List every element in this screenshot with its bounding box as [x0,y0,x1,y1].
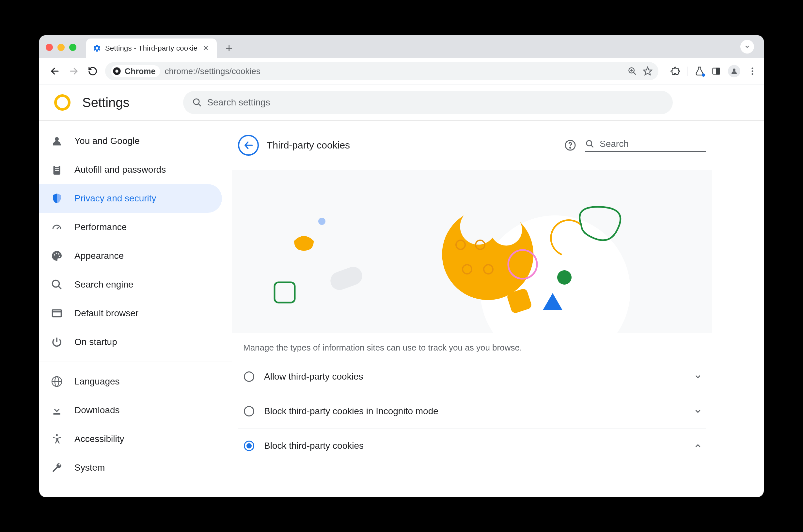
settings-content: You and Google Autofill and passwords Pr… [39,121,764,497]
bookmark-star-icon[interactable] [643,66,652,76]
close-window-button[interactable] [46,44,53,51]
sidebar-item-search-engine[interactable]: Search engine [39,270,222,299]
sidebar-item-autofill[interactable]: Autofill and passwords [39,155,222,184]
page-search[interactable]: Search [585,139,706,152]
sidebar-item-appearance[interactable]: Appearance [39,242,222,270]
arrow-left-icon [243,140,254,151]
svg-point-27 [59,255,60,257]
sidebar-item-accessibility[interactable]: Accessibility [39,425,222,453]
person-icon [51,135,63,147]
clipboard-icon [51,164,63,176]
fullscreen-window-button[interactable] [69,44,76,51]
svg-point-54 [557,270,572,285]
address-bar[interactable]: Chrome chrome://settings/cookies [105,62,658,80]
kebab-menu-icon[interactable] [747,66,757,76]
svg-point-16 [193,99,199,105]
browser-window: Settings - Third-party cookie ✕ + Chrome… [39,35,764,497]
radio-icon [244,372,254,382]
svg-point-48 [318,218,325,225]
svg-line-42 [591,145,593,147]
chrome-icon [112,66,121,76]
window-controls [46,44,76,51]
forward-button[interactable] [67,64,80,78]
settings-sidebar: You and Google Autofill and passwords Pr… [39,121,232,497]
hero-illustration [232,170,712,333]
profile-avatar[interactable] [728,65,740,77]
extensions-icon[interactable] [670,66,680,76]
svg-line-29 [58,286,61,289]
reload-button[interactable] [86,64,99,78]
tab-search-button[interactable] [740,40,754,54]
sidebar-item-label: Performance [74,222,127,232]
minimize-window-button[interactable] [57,44,65,51]
search-icon [585,139,594,149]
sidebar-item-privacy[interactable]: Privacy and security [39,184,222,213]
cookie-options: Allow third-party cookies Block third-pa… [232,359,712,463]
settings-search[interactable]: Search settings [183,91,673,114]
side-panel-icon[interactable] [712,66,721,76]
svg-point-26 [58,253,59,254]
svg-point-13 [752,68,753,69]
svg-rect-30 [53,310,61,317]
svg-rect-11 [716,68,720,74]
svg-point-18 [55,137,59,141]
svg-rect-49 [274,282,295,303]
site-chip[interactable]: Chrome [111,65,160,77]
svg-point-37 [56,434,58,436]
gear-icon [93,44,101,53]
back-to-privacy-button[interactable] [238,135,259,156]
sidebar-item-on-startup[interactable]: On startup [39,328,222,356]
toolbar-actions [670,65,757,77]
sidebar-item-label: System [74,462,105,473]
svg-point-15 [752,73,753,75]
option-block-third-party[interactable]: Block third-party cookies [238,429,706,463]
option-label: Allow third-party cookies [264,372,363,382]
option-block-incognito[interactable]: Block third-party cookies in Incognito m… [238,394,706,429]
palette-icon [51,250,63,262]
sidebar-item-downloads[interactable]: Downloads [39,396,222,425]
sidebar-item-system[interactable]: System [39,453,222,482]
expand-icon[interactable] [694,373,702,381]
help-icon[interactable] [565,139,576,151]
sidebar-item-you-and-google[interactable]: You and Google [39,127,222,155]
sidebar-item-performance[interactable]: Performance [39,213,222,242]
sidebar-item-label: Appearance [74,251,124,261]
svg-point-25 [56,252,57,253]
accessibility-icon [51,433,63,445]
page-search-placeholder: Search [600,139,629,149]
svg-rect-36 [54,413,60,415]
sidebar-item-label: Autofill and passwords [74,165,166,175]
svg-point-40 [570,147,571,148]
browser-tab[interactable]: Settings - Third-party cookie ✕ [86,39,217,58]
svg-line-23 [57,227,59,229]
option-label: Block third-party cookies in Incognito m… [264,406,438,416]
close-tab-button[interactable]: ✕ [202,43,210,54]
sidebar-item-label: Default browser [74,308,138,319]
sidebar-item-languages[interactable]: Languages [39,367,222,396]
radio-icon [244,406,254,416]
svg-point-12 [733,69,735,71]
collapse-icon[interactable] [694,442,702,450]
settings-main: Third-party cookies Search [232,121,764,497]
toolbar: Chrome chrome://settings/cookies [39,58,764,85]
sidebar-item-default-browser[interactable]: Default browser [39,299,222,328]
labs-icon[interactable] [695,66,704,76]
sidebar-item-label: You and Google [74,136,140,146]
zoom-icon[interactable] [628,66,637,76]
settings-header: Settings Search settings [39,85,764,121]
option-label: Block third-party cookies [264,441,364,451]
svg-point-14 [752,71,753,72]
svg-marker-8 [644,67,652,75]
expand-icon[interactable] [694,407,702,416]
svg-point-3 [115,70,118,73]
power-icon [51,336,63,348]
settings-search-placeholder: Search settings [207,97,270,108]
svg-point-41 [587,140,592,146]
back-button[interactable] [48,64,61,78]
new-tab-button[interactable]: + [221,40,237,57]
option-allow-third-party[interactable]: Allow third-party cookies [238,359,706,394]
tab-strip: Settings - Third-party cookie ✕ + [39,35,764,58]
svg-rect-50 [328,264,365,292]
shield-icon [51,193,63,204]
radio-icon [244,441,254,451]
